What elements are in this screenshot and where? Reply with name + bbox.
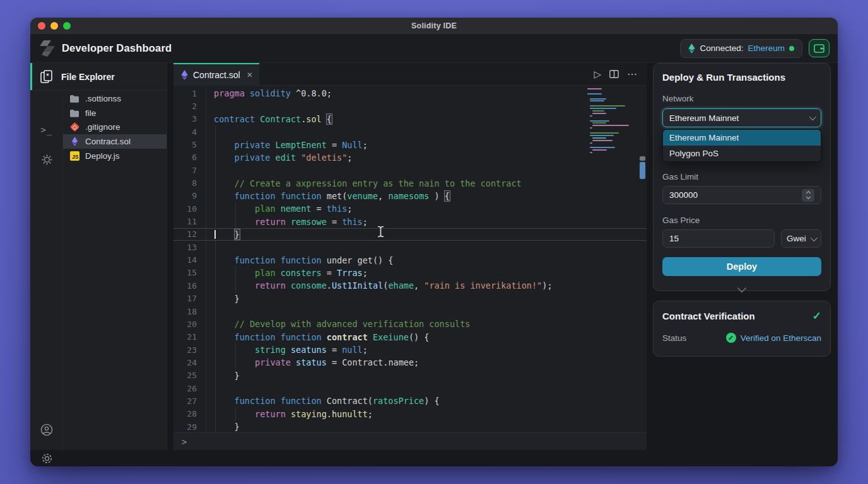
file-name: .gitignore xyxy=(85,122,120,132)
code-line-14[interactable]: 14 function function under get() { xyxy=(173,253,647,266)
status-label: Status xyxy=(662,333,686,343)
sidebar: File Explorer >_ .sottionssfile.gitignor… xyxy=(30,63,167,450)
deploy-panel-title: Deploy & Run Transactions xyxy=(662,72,821,83)
code-line-15[interactable]: 15 plan consters = Trras; xyxy=(173,267,647,279)
folder-icon xyxy=(69,108,79,118)
code-line-24[interactable]: 24 private status = Contract.namee; xyxy=(173,356,647,369)
gas-price-value: 15 xyxy=(669,234,679,243)
deploy-button[interactable]: Deploy xyxy=(662,257,821,276)
gas-price-input[interactable]: 15 xyxy=(662,229,775,248)
code-line-1[interactable]: 1pragma solidity ^0.8.0; xyxy=(173,87,647,100)
more-actions-icon[interactable]: ⋯ xyxy=(627,68,638,80)
file-item-contract-sol[interactable]: Contract.sol xyxy=(63,134,167,149)
page-title: Developer Dashboard xyxy=(62,42,172,54)
line-number: 3 xyxy=(173,113,206,125)
line-number: 10 xyxy=(173,202,206,215)
code-area[interactable]: 1pragma solidity ^0.8.0;23contract Contr… xyxy=(173,86,647,432)
status-value[interactable]: Verified on Etherscan xyxy=(741,333,821,343)
verified-check-icon: ✓ xyxy=(812,309,821,323)
line-number: 20 xyxy=(173,318,206,330)
build-settings-icon[interactable] xyxy=(30,154,63,168)
code-line-20[interactable]: 20 // Develop with advanced verification… xyxy=(173,318,647,330)
verification-panel: Contract Verification ✓ Status ✓ Verifie… xyxy=(653,301,831,357)
app-window: Solidity IDE Developer Dashboard Connect… xyxy=(30,18,838,466)
line-number: 6 xyxy=(173,151,206,164)
gas-limit-value: 300000 xyxy=(669,190,698,200)
file-item-file[interactable]: file xyxy=(63,106,167,120)
file-name: file xyxy=(85,108,96,118)
code-line-3[interactable]: 3contract Contract.sol { xyxy=(173,113,647,125)
scrollbar-thumb[interactable] xyxy=(640,162,645,179)
connection-label: Connected: xyxy=(700,43,743,53)
files-icon[interactable] xyxy=(40,70,52,83)
code-line-4[interactable]: 4 xyxy=(173,125,647,138)
line-number: 25 xyxy=(173,369,206,382)
run-button[interactable]: ▷ xyxy=(594,69,601,80)
file-item--gitignore[interactable]: .gitignore xyxy=(63,120,167,135)
panel-collapse-chevron[interactable] xyxy=(737,284,746,292)
line-number: 7 xyxy=(173,164,206,176)
split-editor-icon[interactable] xyxy=(609,70,619,78)
editor-scrollbar[interactable] xyxy=(640,156,645,179)
code-line-17[interactable]: 17 } xyxy=(173,292,647,305)
code-line-21[interactable]: 21 function function contract Exeiune() … xyxy=(173,331,647,343)
ethereum-icon xyxy=(69,137,79,147)
code-line-12[interactable]: 12 } xyxy=(173,228,647,241)
ethereum-icon xyxy=(688,43,695,54)
folder-icon xyxy=(69,93,79,103)
terminal-icon[interactable]: >_ xyxy=(30,125,63,135)
console-bar[interactable]: > xyxy=(173,432,647,450)
code-line-27[interactable]: 27 function function Contract(ratosPrice… xyxy=(173,395,647,407)
file-item--sottionss[interactable]: .sottionss xyxy=(63,91,167,106)
code-line-16[interactable]: 16 return consome.Ust1Inital(ehame, "rai… xyxy=(173,279,647,292)
code-line-11[interactable]: 11 return remsowe = this; xyxy=(173,215,647,228)
connection-online-dot xyxy=(789,46,794,51)
number-stepper-icon[interactable] xyxy=(802,189,814,202)
check-circle-icon: ✓ xyxy=(726,333,736,343)
settings-icon[interactable] xyxy=(30,452,63,466)
gas-unit-value: Gwei xyxy=(787,234,806,243)
account-icon[interactable] xyxy=(30,424,63,439)
code-line-2[interactable]: 2 xyxy=(173,100,647,112)
line-number: 16 xyxy=(173,279,206,292)
code-line-6[interactable]: 6 private edit "deletis"; xyxy=(173,151,647,164)
line-number: 9 xyxy=(173,190,206,202)
mouse-ibeam-cursor xyxy=(377,226,385,238)
text-caret xyxy=(214,230,216,239)
line-number: 24 xyxy=(173,356,206,369)
line-number: 14 xyxy=(173,253,206,266)
deploy-panel: Deploy & Run Transactions Network Ethere… xyxy=(653,63,831,291)
network-option-polygon-pos[interactable]: Polygon PoS xyxy=(663,146,821,161)
connection-status-pill[interactable]: Connected: Ethereum xyxy=(680,39,802,58)
file-item-deploy-js[interactable]: JSDeploy.js xyxy=(63,149,167,163)
gas-limit-label: Gas Limit xyxy=(662,172,821,182)
wallet-icon xyxy=(814,44,824,53)
code-line-18[interactable]: 18 xyxy=(173,305,647,318)
code-line-7[interactable]: 7 xyxy=(173,164,647,176)
gas-unit-select[interactable]: Gwei xyxy=(781,229,821,248)
code-line-29[interactable]: 29 } xyxy=(173,420,647,432)
network-select[interactable]: Ethereum Mainnet xyxy=(662,108,821,127)
tab-close-icon[interactable]: ✕ xyxy=(247,71,253,79)
console-expand-chevron[interactable]: > xyxy=(182,437,187,447)
tab-label: Contract.sol xyxy=(193,70,240,80)
editor-tabbar: Contract.sol ✕ ▷ ⋯ xyxy=(173,63,647,86)
code-line-5[interactable]: 5 private LemptEnent = Null; xyxy=(173,138,647,151)
tab-contract-sol[interactable]: Contract.sol ✕ xyxy=(173,63,259,86)
code-line-10[interactable]: 10 plan nement = this; xyxy=(173,202,647,215)
gas-limit-input[interactable]: 300000 xyxy=(662,186,821,204)
code-line-13[interactable]: 13 xyxy=(173,241,647,253)
code-line-23[interactable]: 23 string seatuns = null; xyxy=(173,343,647,356)
code-line-26[interactable]: 26 xyxy=(173,382,647,395)
network-option-ethereum-mainnet[interactable]: Ethereum Mainnet xyxy=(663,130,821,146)
code-line-25[interactable]: 25 } xyxy=(173,369,647,382)
code-line-28[interactable]: 28 return staying.hunultt; xyxy=(173,408,647,420)
minimap[interactable] xyxy=(587,88,635,154)
connection-network: Ethereum xyxy=(748,43,785,53)
code-line-9[interactable]: 9 function function met(venume, namesoms… xyxy=(173,190,647,202)
gas-price-label: Gas Price xyxy=(662,216,821,225)
line-number: 28 xyxy=(173,408,206,420)
network-selected-value: Ethereum Mainnet xyxy=(669,113,739,123)
code-line-8[interactable]: 8 // Create a axpression entry as the na… xyxy=(173,176,647,189)
wallet-button[interactable] xyxy=(809,39,830,57)
